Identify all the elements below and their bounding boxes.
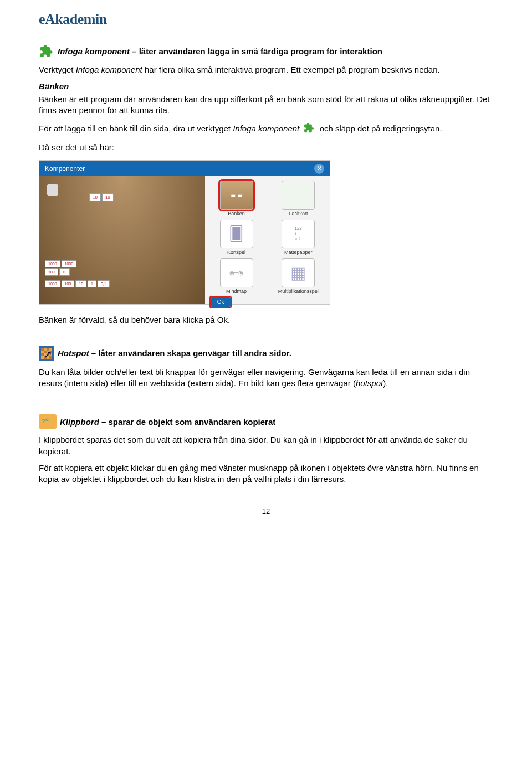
komp-item-banken[interactable]: Bänken bbox=[208, 181, 265, 216]
section-hotspot-head: Hotspot – låter användaren skapa genväga… bbox=[39, 346, 493, 361]
komp-item-facitkort[interactable]: Facitkort bbox=[270, 181, 326, 216]
after-screenshot: Bänken är förvald, så du behöver bara kl… bbox=[39, 315, 493, 326]
section-klippbord-head: Klippbord – sparar de objekt som använda… bbox=[39, 414, 493, 429]
puzzle-icon-inline bbox=[303, 121, 315, 134]
facitkort-thumb bbox=[282, 181, 315, 210]
komponenter-header: Komponenter ✕ bbox=[39, 161, 330, 176]
komponenter-panel: Bänken Facitkort Kortspel Mattepapper Mi… bbox=[205, 176, 330, 304]
komp-item-mindmap[interactable]: Mindmap bbox=[208, 258, 265, 294]
section-hotspot-title: Hotspot – låter användaren skapa genväga… bbox=[58, 348, 291, 358]
section1-p1: Verktyget Infoga komponent har flera oli… bbox=[39, 64, 493, 75]
section-infoga-head: Infoga komponent – låter användaren lägg… bbox=[39, 43, 493, 59]
multiplikation-thumb bbox=[282, 258, 315, 287]
logo: eAkademin bbox=[39, 11, 493, 28]
hotspot-body: Du kan låta bilder och/eller text bli kn… bbox=[39, 367, 493, 389]
klippbord-p1: I klippbordet sparas det som du valt att… bbox=[39, 434, 493, 457]
banken-heading: Bänken bbox=[39, 81, 493, 92]
page-number: 12 bbox=[39, 507, 493, 515]
komp-item-mattepapper[interactable]: Mattepapper bbox=[270, 220, 326, 255]
komponenter-title: Komponenter bbox=[45, 165, 85, 173]
komponenter-dialog: Komponenter ✕ 10 10 1000 1000 100 10 100… bbox=[39, 160, 330, 305]
mindmap-thumb bbox=[220, 258, 253, 287]
preview-top-cards: 10 10 bbox=[89, 193, 114, 201]
clipboard-icon bbox=[39, 414, 57, 429]
banken-thumb bbox=[220, 181, 253, 210]
cup-icon bbox=[47, 184, 58, 196]
komp-item-multiplikation[interactable]: Multiplikationsspel bbox=[270, 258, 326, 294]
komponenter-preview: 10 10 1000 1000 100 10 1000 100 10 1 0,1 bbox=[39, 176, 205, 304]
banken-body: Bänken är ett program där användaren kan… bbox=[39, 94, 493, 116]
hotspot-icon bbox=[39, 346, 54, 361]
kortspel-thumb bbox=[220, 220, 253, 248]
ok-button[interactable]: Ok bbox=[211, 297, 231, 307]
section-infoga-title: Infoga komponent – låter användaren lägg… bbox=[58, 47, 382, 56]
close-icon[interactable]: ✕ bbox=[314, 164, 324, 174]
preview-cards: 1000 1000 100 10 1000 100 10 1 0,1 bbox=[45, 260, 110, 287]
klippbord-p2: För att kopiera ett objekt klickar du en… bbox=[39, 463, 493, 485]
drag-instruction: För att lägga till en bänk till din sida… bbox=[39, 121, 493, 136]
section-klippbord-title: Klippbord – sparar de objekt som använda… bbox=[60, 417, 275, 427]
mattepapper-thumb bbox=[282, 220, 315, 248]
puzzle-icon bbox=[39, 43, 54, 59]
then-text: Då ser det ut så här: bbox=[39, 142, 493, 153]
komp-item-kortspel[interactable]: Kortspel bbox=[208, 220, 265, 255]
